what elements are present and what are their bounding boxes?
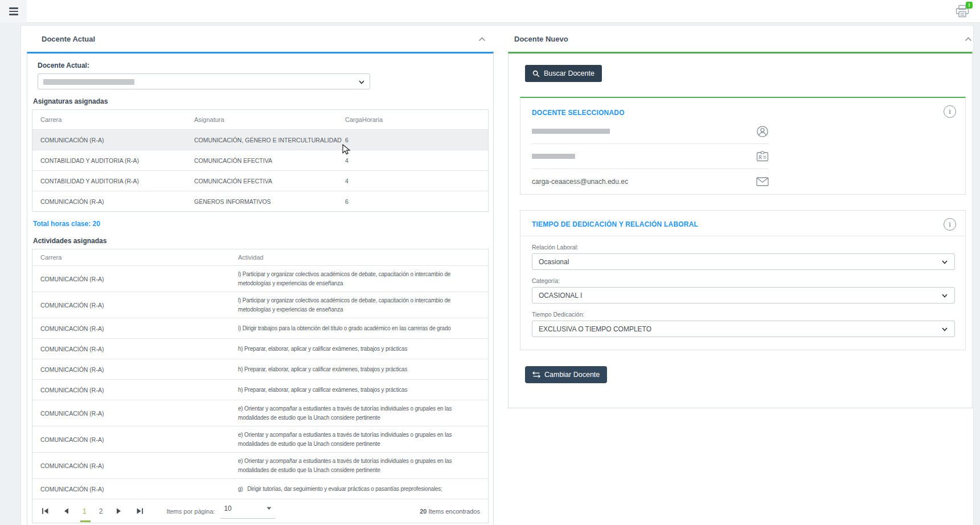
- table-row[interactable]: COMUNICACIÓN (R-A) l) Participar y organ…: [32, 265, 488, 292]
- table-row[interactable]: CONTABILIDAD Y AUDITORIA (R-A) COMUNICAC…: [32, 170, 488, 191]
- col-cargahoraria: CargaHoraria: [345, 116, 480, 123]
- docente-seleccionado-title: DOCENTE SELECCIONADO: [532, 98, 954, 117]
- table-row[interactable]: COMUNICACIÓN (R-A) g) Dirigir tutorías, …: [32, 478, 488, 499]
- first-page-button[interactable]: [40, 507, 50, 515]
- cell-carrera: COMUNICACIÓN (R-A): [40, 198, 194, 205]
- report-button[interactable]: !: [955, 4, 971, 19]
- actividades-table-header: Carrera Actividad: [32, 249, 488, 265]
- relacion-laboral-label: Relación Laboral:: [532, 244, 954, 251]
- cell-actividad: h) Preparar, elaborar, aplicar y calific…: [238, 344, 480, 354]
- last-page-button[interactable]: [135, 507, 145, 515]
- table-row[interactable]: COMUNICACIÓN (R-A) h) Preparar, elaborar…: [32, 379, 488, 400]
- cell-actividad: e) Orientar y acompañar a estudiantes a …: [238, 457, 480, 474]
- items-found-label: Items encontrados: [429, 508, 481, 515]
- cell-carrera: COMUNICACIÓN (R-A): [40, 410, 238, 417]
- next-page-button[interactable]: [115, 507, 122, 515]
- table-row[interactable]: COMUNICACIÓN (R-A) h) Preparar, elaborar…: [32, 338, 488, 359]
- actividades-section-title: Actividades asignadas: [33, 237, 489, 245]
- top-header: !: [0, 0, 980, 23]
- cell-carga: 4: [345, 157, 480, 164]
- table-row[interactable]: CONTABILIDAD Y AUDITORIA (R-A) COMUNICAC…: [32, 150, 488, 170]
- cell-carga: 6: [345, 198, 480, 205]
- tiempo-dedicacion-select[interactable]: EXCLUSIVA O TIEMPO COMPLETO: [532, 321, 955, 337]
- app: ! Docente Actual Docente Actual:: [0, 0, 980, 525]
- cell-carrera: COMUNICACIÓN (R-A): [40, 436, 238, 443]
- table-row[interactable]: COMUNICACIÓN (R-A) e) Orientar y acompañ…: [32, 426, 488, 452]
- info-icon[interactable]: i: [944, 218, 956, 231]
- docente-actual-label: Docente Actual:: [38, 61, 483, 69]
- divider: [520, 236, 965, 236]
- menu-toggle-button[interactable]: [0, 0, 27, 23]
- chevron-down-icon: [941, 292, 948, 299]
- cell-asignatura: GÉNEROS INFORMATIVOS: [194, 198, 345, 205]
- prev-page-icon: [64, 508, 69, 514]
- cell-carga: 4: [345, 178, 480, 184]
- cell-carrera: COMUNICACIÓN (R-A): [40, 302, 238, 309]
- redacted-id-bar: [532, 154, 575, 159]
- cell-actividad: l) Participar y organizar colectivos aca…: [238, 270, 480, 288]
- relacion-laboral-value: Ocasional: [539, 258, 569, 266]
- docente-actual-card: Docente Actual: Asignaturas asignadas Ca…: [27, 52, 494, 525]
- chevron-up-icon: [478, 37, 486, 42]
- redacted-docente-name: [43, 79, 134, 85]
- table-row[interactable]: COMUNICACIÓN (R-A) l) Participar y organ…: [32, 292, 488, 318]
- col-carrera: Carrera: [40, 116, 194, 123]
- docente-seleccionado-rows: carga-ceaacess@unach.edu.ec: [532, 119, 769, 194]
- asignaturas-table-header: Carrera Asignatura CargaHoraria: [32, 110, 488, 129]
- categoria-label: Categoría:: [532, 277, 954, 284]
- next-page-icon: [116, 508, 121, 514]
- info-icon[interactable]: i: [944, 105, 956, 118]
- left-panel-header: Docente Actual: [42, 35, 487, 43]
- cell-carrera: CONTABILIDAD Y AUDITORIA (R-A): [40, 157, 194, 164]
- tiempo-dedicacion-field: Tiempo Dedicación: EXCLUSIVA O TIEMPO CO…: [532, 311, 954, 337]
- docente-actual-select[interactable]: [38, 73, 370, 89]
- content-sheet: Docente Actual Docente Actual: Asignatur…: [20, 25, 974, 525]
- table-row[interactable]: COMUNICACIÓN (R-A) COMUNICACIÓN, GÉNERO …: [32, 129, 488, 150]
- asignaturas-section-title: Asignaturas asignadas: [33, 97, 489, 105]
- cambiar-docente-label: Cambiar Docente: [544, 371, 600, 379]
- categoria-field: Categoría: OCASIONAL I: [532, 277, 954, 303]
- cell-carrera: COMUNICACIÓN (R-A): [40, 346, 238, 352]
- right-collapse-button[interactable]: [963, 36, 973, 43]
- buscar-docente-label: Buscar Docente: [544, 69, 594, 77]
- cell-carga: 6: [345, 137, 480, 143]
- table-row[interactable]: COMUNICACIÓN (R-A) h) Preparar, elaborar…: [32, 359, 488, 379]
- prev-page-button[interactable]: [63, 507, 70, 515]
- cell-actividad: h) Preparar, elaborar, aplicar y calific…: [238, 385, 480, 395]
- table-row[interactable]: COMUNICACIÓN (R-A) e) Orientar y acompañ…: [32, 400, 488, 426]
- user-circle-icon: [756, 125, 769, 138]
- categoria-select[interactable]: OCASIONAL I: [532, 287, 955, 303]
- docente-id-row: [532, 144, 769, 169]
- relacion-laboral-field: Relación Laboral: Ocasional: [532, 244, 954, 270]
- items-per-page-select[interactable]: 10: [220, 503, 275, 519]
- page-number-2[interactable]: 2: [99, 507, 103, 515]
- docente-email-row: carga-ceaacess@unach.edu.ec: [532, 169, 769, 194]
- page-number-1[interactable]: 1: [83, 507, 87, 515]
- table-row[interactable]: COMUNICACIÓN (R-A) i) Dirigir trabajos p…: [32, 318, 488, 338]
- hamburger-icon: [9, 7, 18, 15]
- buscar-docente-button[interactable]: Buscar Docente: [525, 65, 602, 82]
- left-collapse-button[interactable]: [477, 36, 487, 43]
- pagination-bar: 1 2 Items por página:: [32, 499, 488, 523]
- cell-carrera: COMUNICACIÓN (R-A): [40, 366, 238, 373]
- table-row[interactable]: COMUNICACIÓN (R-A) GÉNEROS INFORMATIVOS …: [32, 191, 488, 211]
- docente-nuevo-card: Buscar Docente DOCENTE SELECCIONADO i: [508, 52, 973, 408]
- cell-actividad: i) Dirigir trabajos para la obtención de…: [238, 324, 480, 333]
- cambiar-docente-button[interactable]: Cambiar Docente: [525, 366, 607, 383]
- actividades-table: Carrera Actividad COMUNICACIÓN (R-A) l) …: [32, 249, 489, 523]
- items-per-page-label: Items por página:: [166, 508, 215, 515]
- cell-carrera: COMUNICACIÓN (R-A): [40, 137, 194, 143]
- left-panel-title: Docente Actual: [42, 35, 95, 43]
- relacion-laboral-select[interactable]: Ocasional: [532, 253, 955, 270]
- right-panel-title: Docente Nuevo: [514, 35, 568, 43]
- cell-carrera: COMUNICACIÓN (R-A): [40, 387, 238, 393]
- alert-badge: !: [966, 2, 973, 9]
- docente-email: carga-ceaacess@unach.edu.ec: [532, 178, 628, 186]
- redacted-name-bar: [532, 129, 610, 134]
- tiempo-dedicacion-value: EXCLUSIVA O TIEMPO COMPLETO: [539, 325, 651, 333]
- categoria-value: OCASIONAL I: [539, 292, 582, 300]
- items-found-count: 20: [420, 508, 427, 515]
- items-found-text: 20 Items encontrados: [420, 508, 480, 515]
- cell-actividad: h) Preparar, elaborar, aplicar y calific…: [238, 365, 480, 374]
- table-row[interactable]: COMUNICACIÓN (R-A) e) Orientar y acompañ…: [32, 452, 488, 478]
